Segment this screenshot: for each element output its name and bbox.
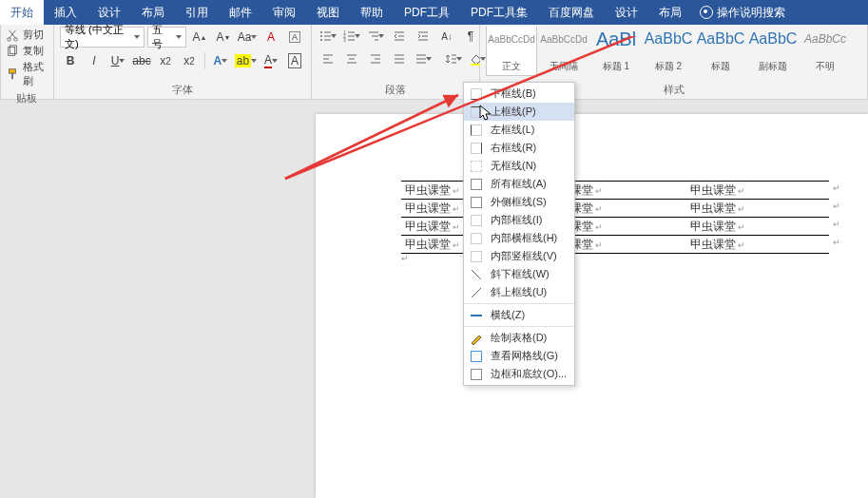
- dd-no-border[interactable]: 无框线(N): [464, 157, 574, 175]
- copy-button[interactable]: 复制: [6, 43, 48, 59]
- group-label-clipboard: 贴板: [6, 89, 48, 107]
- tab-design[interactable]: 设计: [87, 0, 131, 25]
- tab-view[interactable]: 视图: [306, 0, 350, 25]
- tab-table-layout[interactable]: 布局: [648, 0, 692, 25]
- style-h2[interactable]: AaBbC标题 2: [643, 27, 694, 76]
- border-inside-h-icon: [470, 232, 483, 245]
- phonetic-guide-button[interactable]: A: [260, 28, 281, 47]
- ribbon: 剪切 复制 格式刷 贴板 等线 (中文正文) 五号 A▲ A▼ Aa A A: [0, 25, 868, 100]
- tab-pdf-tools[interactable]: PDF工具: [394, 0, 460, 25]
- dd-inside-h-border[interactable]: 内部横框线(H): [464, 229, 574, 247]
- dd-bottom-border[interactable]: 下框线(B): [464, 85, 574, 103]
- underline-button[interactable]: U: [107, 51, 128, 70]
- line-spacing-button[interactable]: [443, 49, 464, 68]
- tab-mailings[interactable]: 邮件: [219, 0, 262, 25]
- border-all-icon: [470, 178, 483, 191]
- tab-review[interactable]: 审阅: [262, 0, 306, 25]
- paintbrush-icon: [6, 67, 19, 81]
- tab-baidu[interactable]: 百度网盘: [538, 0, 605, 25]
- dd-right-border[interactable]: 右框线(R): [464, 139, 574, 157]
- dd-view-gridlines[interactable]: 查看网格线(G): [464, 347, 574, 365]
- text-effect-button[interactable]: A: [210, 51, 231, 70]
- dd-diag-down-border[interactable]: 斜下框线(W): [464, 265, 574, 283]
- highlight-button[interactable]: ab: [234, 51, 258, 70]
- border-diag-down-icon: [470, 268, 483, 281]
- table-cell[interactable]: 甲虫课堂↵↵: [686, 200, 829, 218]
- tab-pdf-toolset[interactable]: PDF工具集: [460, 0, 538, 25]
- bulb-icon: [700, 6, 713, 19]
- dd-inside-border[interactable]: 内部框线(I): [464, 211, 574, 229]
- sort-button[interactable]: A↓: [436, 27, 457, 46]
- border-left-icon: [470, 124, 483, 137]
- italic-button[interactable]: I: [84, 51, 105, 70]
- char-border-button[interactable]: A: [284, 51, 305, 70]
- table-cell[interactable]: 甲虫课堂↵↵: [686, 236, 829, 254]
- numbering-button[interactable]: 123: [341, 27, 362, 46]
- dd-draw-table[interactable]: 绘制表格(D): [464, 329, 574, 347]
- style-normal[interactable]: AaBbCcDd正文: [486, 27, 537, 76]
- copy-label: 复制: [23, 44, 44, 58]
- tab-table-design[interactable]: 设计: [605, 0, 648, 25]
- style-subtitle[interactable]: AaBbC副标题: [747, 27, 799, 76]
- align-center-button[interactable]: [341, 49, 362, 68]
- grow-font-button[interactable]: A▲: [189, 28, 210, 47]
- dd-hline[interactable]: 横线(Z): [464, 306, 574, 324]
- font-color-button[interactable]: A: [260, 51, 281, 70]
- bullets-button[interactable]: [318, 27, 338, 46]
- tell-me-search[interactable]: 操作说明搜索: [692, 0, 793, 25]
- table-cell[interactable]: 甲虫课堂↵↵: [686, 182, 829, 200]
- style-nospacing[interactable]: AaBbCcDd无间隔: [538, 27, 589, 76]
- table-cell[interactable]: 甲虫课堂↵↵: [686, 218, 829, 236]
- line-spacing-icon: [445, 52, 456, 66]
- svg-point-10: [320, 39, 322, 41]
- align-distribute-button[interactable]: [413, 49, 434, 68]
- bold-button[interactable]: B: [60, 51, 81, 70]
- align-left-icon: [321, 52, 335, 66]
- dd-borders-shading[interactable]: 边框和底纹(O)...: [464, 365, 574, 383]
- strike-button[interactable]: abc: [131, 51, 152, 70]
- dd-outside-border[interactable]: 外侧框线(S): [464, 193, 574, 211]
- align-center-icon: [345, 52, 358, 66]
- dd-left-border[interactable]: 左框线(L): [464, 121, 574, 139]
- increase-indent-button[interactable]: [413, 27, 434, 46]
- dd-all-border[interactable]: 所有框线(A): [464, 175, 574, 193]
- dd-inside-v-border[interactable]: 内部竖框线(V): [464, 247, 574, 265]
- clear-format-button[interactable]: A: [284, 28, 305, 47]
- decrease-indent-button[interactable]: [389, 27, 410, 46]
- superscript-button[interactable]: x2: [179, 51, 200, 70]
- svg-rect-5: [11, 73, 13, 79]
- font-size-select[interactable]: 五号: [147, 27, 186, 48]
- styles-gallery[interactable]: AaBbCcDd正文 AaBbCcDd无间隔 AaBl标题 1 AaBbC标题 …: [486, 27, 861, 76]
- group-label-font: 字体: [60, 81, 305, 99]
- tab-layout[interactable]: 布局: [131, 0, 175, 25]
- svg-line-47: [472, 270, 481, 279]
- cut-button[interactable]: 剪切: [6, 27, 48, 43]
- format-painter-button[interactable]: 格式刷: [6, 59, 48, 89]
- change-case-button[interactable]: Aa: [237, 28, 258, 47]
- hline-icon: [470, 309, 483, 322]
- border-none-icon: [470, 160, 483, 173]
- document-page: 甲虫课堂↵↵ 甲虫课堂↵↵ 甲虫课堂↵↵ 甲虫课堂↵↵ 甲虫课堂↵↵ 甲虫课堂↵…: [316, 114, 868, 498]
- list-multilevel-icon: [367, 29, 378, 43]
- dd-diag-up-border[interactable]: 斜上框线(U): [464, 283, 574, 301]
- show-marks-button[interactable]: ¶: [460, 27, 481, 46]
- tab-home[interactable]: 开始: [0, 0, 44, 25]
- tab-references[interactable]: 引用: [175, 0, 219, 25]
- align-justify-button[interactable]: [389, 49, 410, 68]
- tab-insert[interactable]: 插入: [44, 0, 87, 25]
- shrink-font-button[interactable]: A▼: [213, 28, 234, 47]
- border-right-icon: [470, 142, 483, 155]
- borders-dropdown: 下框线(B) 上框线(P) 左框线(L) 右框线(R) 无框线(N) 所有框线(…: [463, 82, 575, 386]
- font-name-select[interactable]: 等线 (中文正文): [60, 27, 145, 48]
- subscript-button[interactable]: x2: [155, 51, 176, 70]
- style-title[interactable]: AaBbC标题: [695, 27, 746, 76]
- chevron-down-icon: [176, 35, 182, 39]
- style-emphasis[interactable]: AaBbCc不明: [800, 27, 851, 76]
- align-right-button[interactable]: [365, 49, 386, 68]
- multilevel-button[interactable]: [365, 27, 386, 46]
- style-h1[interactable]: AaBl标题 1: [590, 27, 642, 76]
- svg-point-8: [320, 35, 322, 37]
- align-left-button[interactable]: [318, 49, 338, 68]
- tab-help[interactable]: 帮助: [350, 0, 394, 25]
- group-clipboard: 剪切 复制 格式刷 贴板: [0, 25, 54, 99]
